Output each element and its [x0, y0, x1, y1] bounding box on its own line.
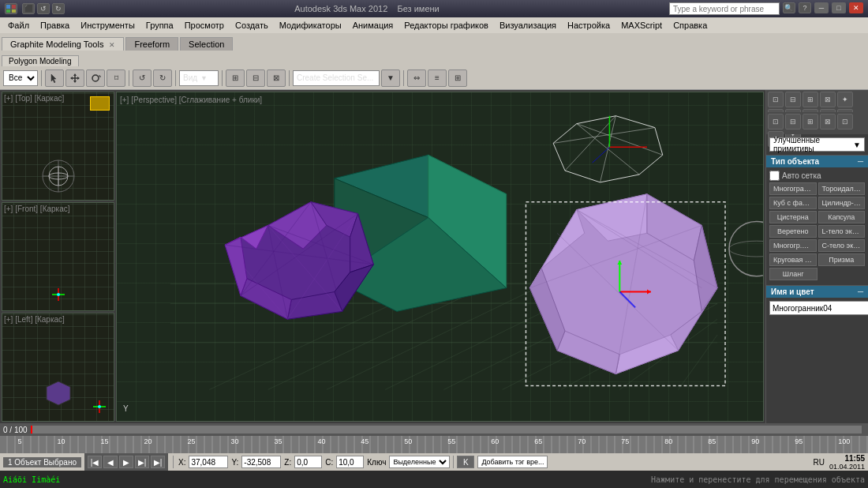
rotate-tool-btn[interactable]	[86, 69, 105, 87]
obj-prism[interactable]: Призма	[818, 253, 866, 266]
tab-selection[interactable]: Selection	[180, 37, 233, 51]
panel-btn-15[interactable]: ⊞	[803, 114, 818, 130]
view-dropdown[interactable]: Вид ▼	[179, 70, 219, 86]
panel-btn-13[interactable]: ⊡	[768, 114, 784, 130]
panel-btn-2[interactable]: ⊟	[785, 92, 801, 107]
object-type-header[interactable]: Тип объекта ─	[766, 156, 868, 167]
obj-oiltank[interactable]: Цистерна	[769, 211, 817, 223]
toolbar-icon-2[interactable]: ↺	[37, 3, 50, 14]
x-coord-field[interactable]	[189, 456, 228, 468]
frame-slider[interactable]	[31, 426, 862, 434]
layer-btn[interactable]: ⊞	[448, 69, 467, 87]
name-color-header[interactable]: Имя и цвет ─	[766, 286, 868, 298]
title-bar-icons: ⬛ ↺ ↻	[22, 3, 65, 14]
sep-6	[403, 70, 404, 86]
menu-tools[interactable]: Инструменты	[76, 20, 140, 31]
obj-polyhedra[interactable]: Многогранник	[769, 182, 817, 195]
menu-view[interactable]: Просмотр	[180, 20, 229, 31]
keys-dropdown[interactable]: Выделенные	[389, 456, 450, 468]
panel-btn-1[interactable]: ⊡	[768, 92, 784, 107]
menu-maxscript[interactable]: MAXScript	[616, 20, 667, 31]
primitives-chevron: ▼	[853, 141, 861, 149]
panel-btn-3[interactable]: ⊞	[803, 92, 818, 107]
subtab-polygon-modeling[interactable]: Polygon Modeling	[2, 55, 79, 66]
scale-field[interactable]	[336, 456, 364, 468]
mirror-btn[interactable]: ⇔	[407, 69, 426, 87]
obj-lext[interactable]: L-тело экстр	[818, 225, 866, 238]
align-btn[interactable]: ≡	[428, 69, 447, 87]
menu-help[interactable]: Справка	[668, 20, 712, 31]
obj-hose[interactable]: Шланг	[769, 268, 817, 280]
obj-ringwave[interactable]: Круговая волн	[769, 253, 817, 266]
obj-chamfercyl[interactable]: Цилиндр-фаска	[818, 197, 866, 209]
set-key-btn[interactable]: K	[457, 456, 474, 468]
move-tool-btn[interactable]	[65, 69, 84, 87]
toolbar-icon-1[interactable]: ⬛	[22, 3, 35, 14]
panel-btn-5[interactable]: ✦	[837, 92, 853, 107]
maximize-button[interactable]: □	[832, 2, 846, 13]
panel-btn-17[interactable]: ⊡	[837, 114, 853, 130]
frame-cursor	[31, 426, 32, 434]
tab-graphite-close[interactable]: ✕	[109, 41, 115, 49]
menu-rendering[interactable]: Визуализация	[495, 20, 561, 31]
menu-edit[interactable]: Правка	[36, 20, 74, 31]
viewport-top[interactable]: [+] [Top] [Каркас]	[2, 92, 114, 201]
menu-customize[interactable]: Настройка	[563, 20, 615, 31]
undo-btn[interactable]: ↺	[133, 69, 152, 87]
snap-btn[interactable]: ⊞	[226, 69, 245, 87]
menu-animation[interactable]: Анимация	[348, 20, 398, 31]
viewport-front[interactable]: [+] [Front] [Каркас]	[2, 202, 114, 311]
object-row-1: Многогранник Тороидальный	[769, 182, 865, 195]
viewport-perspective[interactable]: [+] [Perspective] [Сглаживание + блики]	[116, 92, 764, 422]
tab-graphite[interactable]: Graphite Modeling Tools ✕	[2, 37, 124, 51]
pb-play[interactable]: ▶	[119, 456, 133, 468]
tab-freeform[interactable]: Freeform	[125, 37, 178, 51]
clock: 11:55	[844, 454, 865, 463]
search-icon[interactable]: 🔍	[783, 2, 795, 13]
snap2-btn[interactable]: ⊟	[246, 69, 265, 87]
viewport-left[interactable]: [+] [Left] [Каркас]	[2, 313, 114, 422]
z-coord-field[interactable]	[294, 456, 322, 468]
panel-toolbar: ⊡ ⊟ ⊞ ⊠ ✦ ⊡ ⊟ ▤ ⊞ ⊡ ⊟ ✦	[766, 90, 868, 112]
y-coord-field[interactable]	[241, 456, 281, 468]
toolbar-icon-3[interactable]: ↻	[52, 3, 65, 14]
obj-toroidal[interactable]: Тороидальный	[818, 182, 866, 195]
object-row-7: Шланг	[769, 268, 865, 280]
primitives-dropdown[interactable]: Улучшенные примитивы ▼	[769, 137, 865, 152]
pb-key-next[interactable]: ▶|	[151, 456, 165, 468]
pb-next-frame[interactable]: ▶|	[135, 456, 149, 468]
minimize-button[interactable]: ─	[814, 2, 829, 13]
menu-graph-editors[interactable]: Редакторы графиков	[399, 20, 493, 31]
panel-btn-4[interactable]: ⊠	[820, 92, 836, 107]
scale-tool-btn[interactable]: ⌑	[107, 69, 125, 87]
obj-chamferbox[interactable]: Куб с фаской	[769, 197, 817, 209]
front-gizmo	[51, 287, 66, 302]
panel-btn-14[interactable]: ⊟	[785, 114, 801, 130]
pb-key-prev[interactable]: |◀	[88, 456, 102, 468]
redo-btn[interactable]: ↻	[153, 69, 172, 87]
obj-cext[interactable]: С-тело экстр	[818, 239, 866, 252]
menu-file[interactable]: Файл	[3, 20, 34, 31]
svg-marker-8	[70, 77, 73, 80]
menu-modifiers[interactable]: Модификаторы	[275, 20, 346, 31]
search-input[interactable]	[669, 2, 780, 15]
obj-gengon[interactable]: Многогр.призма	[769, 239, 817, 252]
filter-select[interactable]: Все	[3, 70, 38, 86]
timeline-track[interactable]: 5 10 15 20 25 30 35 40 45 50 55 60 65 70…	[0, 436, 868, 453]
selection-set-input[interactable]: Create Selection Se...	[293, 70, 380, 86]
obj-capsule[interactable]: Капсула	[818, 211, 866, 223]
panel-btn-16[interactable]: ⊠	[820, 114, 836, 130]
menu-create[interactable]: Создать	[230, 20, 273, 31]
pb-prev-frame[interactable]: ◀	[103, 456, 118, 468]
selection-set-btn[interactable]: ▼	[381, 69, 400, 87]
close-button[interactable]: ✕	[849, 2, 863, 13]
obj-spindle[interactable]: Веретено	[769, 225, 817, 238]
help-icon[interactable]: ?	[799, 2, 811, 13]
auto-grid-check[interactable]	[769, 171, 780, 181]
menu-group[interactable]: Группа	[141, 20, 178, 31]
select-tool-btn[interactable]	[45, 69, 64, 87]
snap3-btn[interactable]: ⊠	[267, 69, 286, 87]
auto-grid-checkbox[interactable]: Авто сетка	[769, 171, 865, 181]
add-tag-field[interactable]: Добавить тэг вре...	[477, 456, 548, 468]
object-name-field[interactable]	[769, 301, 868, 315]
